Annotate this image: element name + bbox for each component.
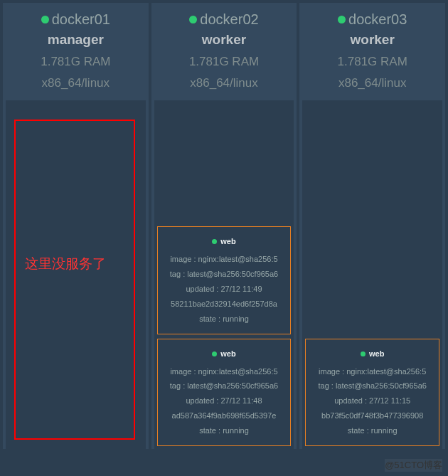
node-ram: 1.781G RAM <box>9 55 143 69</box>
node-header: docker01 manager 1.781G RAM x86_64/linux <box>3 3 149 96</box>
task-header: web <box>161 234 288 249</box>
service-name: web <box>220 347 235 361</box>
node-arch: x86_64/linux <box>9 76 143 90</box>
task-state: state : running <box>309 423 436 438</box>
task-updated: updated : 27/12 11:49 <box>161 282 288 297</box>
node-header: docker02 worker 1.781G RAM x86_64/linux <box>151 3 297 96</box>
task-tag: tag : latest@sha256:50cf965a6 <box>161 379 288 393</box>
node-header: docker03 worker 1.781G RAM x86_64/linux <box>299 3 445 96</box>
node-role: manager <box>9 32 143 48</box>
node-column: docker03 worker 1.781G RAM x86_64/linux … <box>299 3 445 449</box>
task-image: image : nginx:latest@sha256:5 <box>161 252 288 267</box>
node-arch: x86_64/linux <box>305 76 439 90</box>
service-name: web <box>369 347 384 361</box>
task-tag: tag : latest@sha256:50cf965a6 <box>309 379 436 393</box>
tasks-area <box>6 100 146 449</box>
status-dot-icon <box>338 16 346 23</box>
status-dot-icon <box>212 351 217 356</box>
task-image: image : nginx:latest@sha256:5 <box>309 364 436 379</box>
task-id: ad587a364f9ab698f65d5397e <box>161 408 288 423</box>
node-name: docker01 <box>52 11 110 28</box>
task-header: web <box>309 347 436 361</box>
node-name: docker03 <box>348 11 407 28</box>
task-updated: updated : 27/12 11:15 <box>309 393 436 408</box>
status-dot-icon <box>212 239 217 244</box>
status-dot-icon <box>189 16 197 23</box>
task-id: 58211bae2d32914ed6f257d8a <box>161 297 288 312</box>
node-name: docker02 <box>200 11 258 28</box>
status-dot-icon <box>41 16 49 23</box>
node-role: worker <box>157 32 292 48</box>
node-column: docker02 worker 1.781G RAM x86_64/linux … <box>151 3 297 449</box>
node-ram: 1.781G RAM <box>157 55 292 69</box>
task-tag: tag : latest@sha256:50cf965a6 <box>161 267 288 282</box>
node-ram: 1.781G RAM <box>305 55 439 69</box>
task-card[interactable]: web image : nginx:latest@sha256:5 tag : … <box>157 339 292 446</box>
node-title: docker03 <box>305 11 439 28</box>
task-card[interactable]: web image : nginx:latest@sha256:5 tag : … <box>157 226 292 334</box>
node-role: worker <box>305 32 439 48</box>
service-name: web <box>220 234 235 249</box>
node-arch: x86_64/linux <box>157 76 292 90</box>
task-image: image : nginx:latest@sha256:5 <box>161 364 288 379</box>
task-id: bb73f5c0df748f3b477396908 <box>309 408 436 423</box>
task-updated: updated : 27/12 11:48 <box>161 393 288 408</box>
tasks-area: web image : nginx:latest@sha256:5 tag : … <box>154 100 294 449</box>
task-state: state : running <box>161 423 288 438</box>
node-title: docker02 <box>157 11 292 28</box>
tasks-area: web image : nginx:latest@sha256:5 tag : … <box>302 100 442 449</box>
watermark: @51CTO博客 <box>385 459 442 472</box>
task-state: state : running <box>161 312 288 327</box>
task-card[interactable]: web image : nginx:latest@sha256:5 tag : … <box>305 339 439 446</box>
status-dot-icon <box>361 351 366 356</box>
task-header: web <box>161 347 288 361</box>
node-title: docker01 <box>9 11 143 28</box>
nodes-container: docker01 manager 1.781G RAM x86_64/linux… <box>0 0 448 449</box>
node-column: docker01 manager 1.781G RAM x86_64/linux <box>3 3 149 449</box>
